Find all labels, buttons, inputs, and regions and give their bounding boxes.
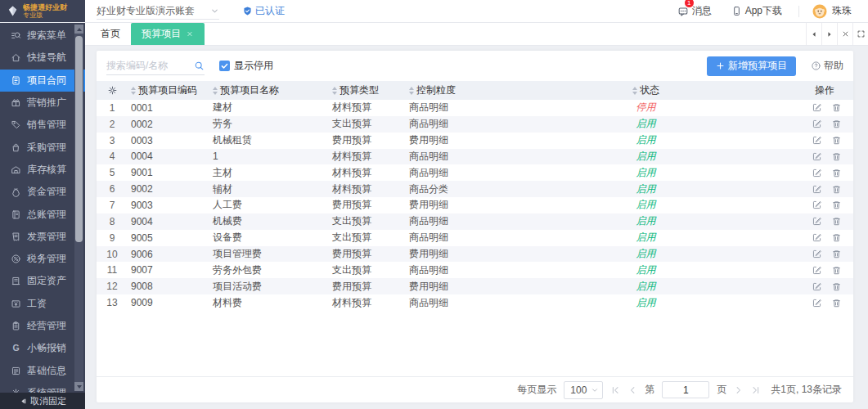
fullscreen-button[interactable] bbox=[852, 23, 868, 45]
sort-arrows-icon[interactable] bbox=[632, 87, 637, 95]
account-selector[interactable]: 好业财专业版演示账套 bbox=[97, 3, 219, 20]
app-download-button[interactable]: App下载 bbox=[731, 4, 782, 18]
sort-arrows-icon[interactable] bbox=[213, 87, 218, 95]
user-menu[interactable]: 珠珠 bbox=[812, 4, 852, 19]
edit-icon[interactable] bbox=[812, 265, 822, 276]
last-page-button[interactable] bbox=[751, 385, 761, 395]
column-header[interactable]: 状态 bbox=[496, 83, 796, 97]
cell-granularity: 商品明细 bbox=[406, 166, 496, 180]
avatar bbox=[812, 4, 827, 19]
trash-icon[interactable] bbox=[831, 151, 842, 162]
trash-icon[interactable] bbox=[831, 298, 842, 308]
funds-icon bbox=[11, 187, 21, 197]
row-index: 6 bbox=[97, 183, 128, 195]
column-header[interactable]: 控制粒度 bbox=[406, 83, 496, 97]
edit-icon[interactable] bbox=[812, 281, 822, 292]
column-header-label: 状态 bbox=[640, 83, 659, 97]
trash-icon[interactable] bbox=[831, 265, 842, 276]
sidebar-item-label: 基础信息 bbox=[27, 364, 66, 378]
edit-icon[interactable] bbox=[812, 119, 822, 129]
edit-icon[interactable] bbox=[812, 151, 822, 162]
sidebar-item-menu-search[interactable]: 搜索菜单 bbox=[0, 25, 85, 47]
edit-icon[interactable] bbox=[812, 200, 822, 210]
next-page-button[interactable] bbox=[734, 385, 744, 395]
edit-icon[interactable] bbox=[812, 232, 822, 243]
edit-icon[interactable] bbox=[812, 249, 822, 259]
trash-icon[interactable] bbox=[831, 184, 842, 195]
cell-actions bbox=[796, 151, 853, 162]
sidebar-item-label: 搜索菜单 bbox=[27, 29, 66, 43]
edit-icon[interactable] bbox=[812, 216, 822, 227]
sidebar-item-basic-info[interactable]: 基础信息 bbox=[0, 359, 85, 381]
scroll-down-arrow[interactable] bbox=[74, 382, 83, 391]
page-prefix: 第 bbox=[645, 383, 654, 397]
username: 珠珠 bbox=[832, 4, 852, 18]
tab-close-icon[interactable] bbox=[186, 30, 194, 38]
sidebar-item-tax[interactable]: 税务管理 bbox=[0, 248, 85, 270]
per-page-select[interactable]: 100 bbox=[564, 381, 603, 399]
trash-icon[interactable] bbox=[831, 281, 842, 292]
sort-arrows-icon[interactable] bbox=[409, 87, 414, 95]
scroll-up-arrow[interactable] bbox=[74, 25, 83, 34]
column-header[interactable]: 预算项目编码 bbox=[128, 83, 209, 97]
edit-icon[interactable] bbox=[812, 298, 822, 308]
tab-home[interactable]: 首页 bbox=[90, 23, 131, 45]
sidebar-item-xiaochang-bx[interactable]: G小畅报销 bbox=[0, 337, 85, 359]
trash-icon[interactable] bbox=[831, 102, 842, 113]
column-header[interactable]: 预算项目名称 bbox=[209, 83, 329, 97]
sidebar-item-marketing[interactable]: 营销推广 bbox=[0, 92, 85, 114]
scrollbar-thumb[interactable] bbox=[75, 36, 83, 242]
table-row: 119007劳务外包费支出预算商品明细启用 bbox=[97, 262, 853, 278]
help-button[interactable]: 帮助 bbox=[811, 59, 843, 73]
close-all-tabs-button[interactable] bbox=[837, 23, 852, 45]
add-budget-item-button[interactable]: 新增预算项目 bbox=[707, 56, 796, 76]
column-settings-button[interactable] bbox=[97, 85, 128, 96]
trash-icon[interactable] bbox=[831, 119, 842, 129]
sidebar-item-ledger[interactable]: 总账管理 bbox=[0, 203, 85, 225]
row-index: 13 bbox=[97, 297, 128, 308]
sidebar-scrollbar[interactable] bbox=[74, 25, 83, 391]
sidebar-item-inventory[interactable]: 库存核算 bbox=[0, 159, 85, 181]
search-input[interactable] bbox=[106, 60, 194, 71]
sidebar-item-quick-nav[interactable]: 快捷导航 bbox=[0, 47, 85, 69]
unpin-sidebar-button[interactable]: 取消固定 bbox=[0, 393, 85, 409]
sidebar-item-project-contract[interactable]: 项目合同 bbox=[0, 70, 85, 92]
sidebar-item-sales[interactable]: 销售管理 bbox=[0, 114, 85, 136]
show-disabled-toggle[interactable]: 显示停用 bbox=[219, 59, 273, 73]
verified-badge[interactable]: 已认证 bbox=[242, 4, 285, 18]
trash-icon[interactable] bbox=[831, 232, 842, 243]
search-icon[interactable] bbox=[194, 61, 205, 71]
cell-type: 材料预算 bbox=[329, 166, 406, 180]
purchase-icon bbox=[11, 142, 21, 153]
column-header[interactable]: 操作 bbox=[796, 83, 853, 97]
ledger-icon bbox=[11, 209, 21, 220]
sidebar-item-purchase[interactable]: 采购管理 bbox=[0, 136, 85, 158]
trash-icon[interactable] bbox=[831, 200, 842, 210]
sidebar-item-operations[interactable]: 经营管理 bbox=[0, 315, 85, 337]
sort-arrows-icon[interactable] bbox=[332, 87, 337, 95]
sidebar-item-salary[interactable]: 工资 bbox=[0, 293, 85, 315]
next-tab-button[interactable] bbox=[821, 23, 837, 45]
edit-icon[interactable] bbox=[812, 168, 822, 178]
prev-page-button[interactable] bbox=[627, 385, 637, 395]
sort-arrows-icon[interactable] bbox=[131, 87, 136, 95]
edit-icon[interactable] bbox=[812, 135, 822, 146]
edit-icon[interactable] bbox=[812, 102, 822, 113]
prev-tab-button[interactable] bbox=[806, 23, 821, 45]
sidebar-item-funds[interactable]: 资金管理 bbox=[0, 181, 85, 203]
row-index: 9 bbox=[97, 232, 128, 244]
cell-actions bbox=[796, 281, 853, 292]
page-number-input[interactable] bbox=[662, 381, 709, 398]
trash-icon[interactable] bbox=[831, 168, 842, 178]
sidebar-item-fixed-assets[interactable]: 固定资产 bbox=[0, 270, 85, 292]
first-page-button[interactable] bbox=[610, 385, 620, 395]
edit-icon[interactable] bbox=[812, 184, 822, 195]
column-header[interactable]: 预算类型 bbox=[329, 83, 406, 97]
chevron-down-icon bbox=[591, 386, 599, 394]
messages-button[interactable]: 1 消息 bbox=[677, 4, 712, 18]
tab-budget-items[interactable]: 预算项目 bbox=[131, 23, 205, 45]
sidebar-item-invoice[interactable]: 发票管理 bbox=[0, 226, 85, 248]
trash-icon[interactable] bbox=[831, 135, 842, 146]
trash-icon[interactable] bbox=[831, 216, 842, 227]
trash-icon[interactable] bbox=[831, 249, 842, 259]
